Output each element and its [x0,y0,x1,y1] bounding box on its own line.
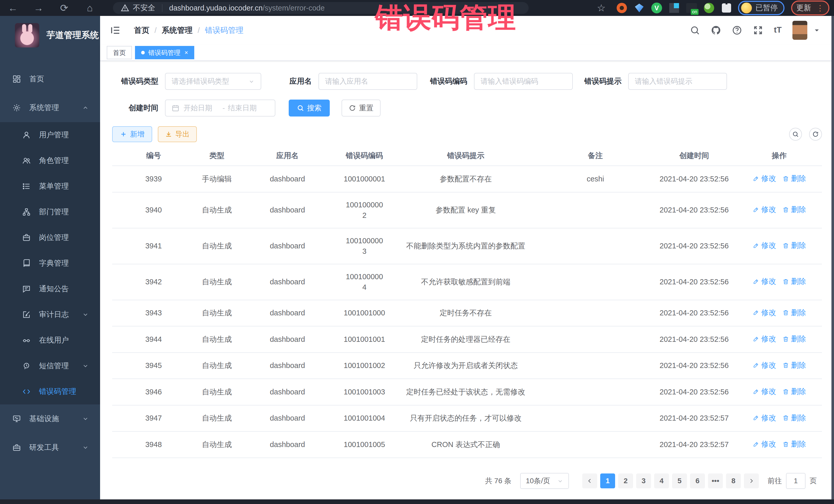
blue-gem-extension-icon[interactable] [633,2,645,14]
collapse-sidebar-icon[interactable] [110,25,120,36]
edit-link[interactable]: 修改 [753,204,776,215]
create-time-range-picker[interactable]: 开始日期 - 结束日期 [165,100,275,116]
bookmark-star-icon[interactable]: ☆ [597,2,606,14]
page-button-5[interactable]: 5 [672,474,687,488]
github-icon[interactable] [711,25,721,36]
tab-close-icon[interactable]: × [184,49,188,56]
page-button-6[interactable]: 6 [690,474,705,488]
sidebar-item-在线用户[interactable]: 在线用户 [0,327,100,353]
edit-link[interactable]: 修改 [753,276,776,287]
edit-link[interactable]: 修改 [753,360,776,371]
edit-link[interactable]: 修改 [753,386,776,397]
prev-page-button[interactable] [582,474,597,488]
browser-forward-icon[interactable]: → [26,3,51,14]
font-size-icon[interactable]: tT [774,25,782,36]
sidebar-item-角色管理[interactable]: 角色管理 [0,148,100,174]
help-icon[interactable] [732,25,742,36]
orange-extension-icon[interactable] [616,2,628,14]
browser-update-button[interactable]: 更新 ⋮ [791,1,829,15]
error-code-input[interactable] [474,73,573,90]
show-search-toggle-button[interactable] [789,128,802,140]
page-size-select[interactable]: 10条/页 [520,473,569,489]
sidebar-item-研发工具[interactable]: 研发工具 [0,433,100,462]
search-button[interactable]: 搜索 [289,100,330,116]
add-button[interactable]: 新增 [112,126,152,142]
table-row: 3943自动生成dashboard1001001000定时任务不存在2021-0… [112,300,822,326]
sidebar-item-菜单管理[interactable]: 菜单管理 [0,174,100,199]
kebab-menu-icon[interactable]: ⋮ [816,4,824,13]
cell-code: 1001000004 [336,264,393,300]
error-code-label: 错误码编码 [430,76,467,86]
edit-link[interactable]: 修改 [753,307,776,318]
refresh-table-button[interactable] [809,128,822,140]
export-button[interactable]: 导出 [158,126,197,142]
key-extension-icon[interactable] [703,2,715,14]
sidebar-item-基础设施[interactable]: 基础设施 [0,404,100,433]
edit-link[interactable]: 修改 [753,439,776,450]
sidebar-item-短信管理[interactable]: 短信管理 [0,353,100,379]
delete-link[interactable]: 删除 [783,439,806,450]
green-circle-extension-icon[interactable]: V [651,2,663,14]
cell-actions: 修改删除 [737,353,822,379]
delete-link[interactable]: 删除 [783,334,806,344]
page-button-8[interactable]: 8 [726,474,741,488]
next-page-button[interactable] [744,474,759,488]
window-scrollbar[interactable] [831,16,834,499]
delete-link[interactable]: 删除 [783,360,806,371]
sidebar-item-审计日志[interactable]: 审计日志 [0,302,100,327]
goto-page-input[interactable]: 1 [786,473,806,489]
reset-button[interactable]: 重置 [342,100,380,116]
chevron-down-icon [82,444,89,451]
edit-link[interactable]: 修改 [753,334,776,344]
search-icon[interactable] [690,25,700,36]
tab-home[interactable]: 首页 [107,46,132,59]
edit-link[interactable]: 修改 [753,240,776,251]
sidebar-item-部门管理[interactable]: 部门管理 [0,199,100,225]
page-button-1[interactable]: 1 [600,474,615,488]
error-code-type-select[interactable]: 请选择错误码类型 [165,73,261,90]
app-logo-row[interactable]: 芋道管理系统 [0,16,100,54]
sidebar-item-错误码管理[interactable]: 错误码管理 [0,379,100,404]
delete-link[interactable]: 删除 [783,307,806,318]
delete-link[interactable]: 删除 [783,413,806,423]
paused-extension-badge[interactable]: 已暂停 [738,1,785,15]
error-hint-input[interactable] [628,73,727,90]
avatar-caret-down-icon[interactable] [813,27,820,34]
delete-link[interactable]: 删除 [783,173,806,184]
browser-reload-icon[interactable]: ⟳ [51,2,77,14]
security-label: 不安全 [133,3,155,13]
browser-home-icon[interactable]: ⌂ [77,3,103,14]
edit-link[interactable]: 修改 [753,173,776,184]
on-badge-extension-icon[interactable] [686,2,698,14]
tab-error-code[interactable]: 错误码管理 × [135,46,194,59]
url-host: dashboard.yudao.iocoder.cn [169,4,263,12]
page-button-4[interactable]: 4 [654,474,669,488]
breadcrumb-system[interactable]: 系统管理 [162,25,193,36]
sidebar-item-字典管理[interactable]: 字典管理 [0,250,100,276]
app-name-input[interactable] [319,73,417,90]
cell-code: 1001001004 [336,405,393,432]
sidebar-item-岗位管理[interactable]: 岗位管理 [0,225,100,250]
user-avatar[interactable] [792,21,807,40]
sidebar-item-通知公告[interactable]: 通知公告 [0,276,100,302]
page-button-3[interactable]: 3 [636,474,651,488]
delete-link[interactable]: 删除 [783,386,806,397]
pager-more-button[interactable]: ••• [708,474,723,488]
delete-link[interactable]: 删除 [783,240,806,251]
main-area: 首页 / 系统管理 / 错误码管理 [100,16,834,499]
edit-link[interactable]: 修改 [753,413,776,423]
chevron-down-icon [557,478,563,484]
page-button-2[interactable]: 2 [618,474,633,488]
breadcrumb-home[interactable]: 首页 [134,25,149,36]
cell-hint: 不能删除类型为系统内置的参数配置 [393,228,539,264]
delete-link[interactable]: 删除 [783,276,806,287]
browser-back-icon[interactable]: ← [0,3,26,14]
delete-link[interactable]: 删除 [783,204,806,215]
sidebar-item-用户管理[interactable]: 用户管理 [0,122,100,148]
puzzle-extension-icon[interactable] [721,2,732,14]
table-row: 3947自动生成dashboard1001001004只有开启状态的任务，才可以… [112,405,822,432]
sidebar-item-首页[interactable]: 首页 [0,65,100,93]
fullscreen-icon[interactable] [753,25,763,36]
grid-extension-icon[interactable] [668,2,680,14]
sidebar-item-系统管理[interactable]: 系统管理 [0,93,100,122]
